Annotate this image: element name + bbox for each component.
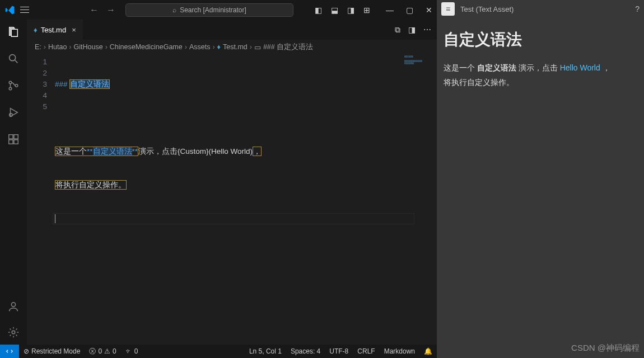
svg-point-3: [15, 84, 18, 87]
problems-status[interactable]: ⓧ0 ⚠0: [85, 347, 120, 356]
indentation-status[interactable]: Spaces: 4: [286, 347, 325, 355]
preview-panel: ≡ Test (Text Asset) ? 自定义语法 这是一个 自定义语法 演…: [437, 0, 644, 358]
minimap[interactable]: ███ ███████████████████████████: [403, 54, 437, 77]
menu-icon[interactable]: [20, 6, 29, 15]
split-editor-icon[interactable]: ◨: [408, 25, 416, 34]
breadcrumbs[interactable]: E:› Hutao› GitHouse› ChineseMedicineGame…: [27, 40, 437, 54]
code-area[interactable]: ### 自定义语法 这是一个**自定义语法**演示，点击{Custom}(Hel…: [55, 54, 437, 345]
ports-status[interactable]: ᯤ0: [121, 347, 143, 355]
svg-point-0: [10, 55, 16, 61]
editor-tabs: ♦ Test.md × ⧉ ◨ ⋯: [27, 20, 437, 40]
panel-right-icon[interactable]: ◨: [347, 6, 354, 15]
preview-header: ≡ Test (Text Asset) ?: [437, 0, 644, 18]
shield-icon: ⊘: [24, 347, 29, 355]
svg-rect-5: [9, 135, 13, 139]
warning-icon: ⚠: [104, 347, 110, 355]
command-center-search[interactable]: ⌕ Search [Administrator]: [125, 3, 293, 17]
svg-rect-8: [14, 135, 18, 139]
source-control-icon[interactable]: [7, 79, 20, 92]
svg-point-2: [9, 87, 12, 90]
markdown-file-icon: ♦: [34, 26, 38, 34]
minimize-icon[interactable]: —: [386, 6, 394, 15]
panel-left-icon[interactable]: ◧: [315, 6, 322, 15]
svg-point-1: [9, 81, 12, 84]
more-actions-icon[interactable]: ⋯: [423, 25, 431, 34]
titlebar: ← → ⌕ Search [Administrator] ◧ ⬓ ◨ ⊞ — ▢…: [0, 0, 437, 20]
preview-heading: 自定义语法: [444, 29, 637, 50]
maximize-icon[interactable]: ▢: [406, 6, 413, 15]
panel-bottom-icon[interactable]: ⬓: [331, 6, 338, 15]
nav-forward-icon[interactable]: →: [106, 5, 115, 15]
language-mode[interactable]: Markdown: [380, 347, 419, 355]
explorer-icon[interactable]: [7, 25, 20, 39]
account-icon[interactable]: [7, 300, 20, 313]
status-bar: ⊘Restricted Mode ⓧ0 ⚠0 ᯤ0 Ln 5, Col 1 Sp…: [0, 345, 437, 358]
activity-bar: [0, 20, 27, 345]
editor[interactable]: 1 2 3 4 5 ### 自定义语法 这是一个**自定义语法**演示，点击{C…: [27, 54, 437, 345]
line-gutter: 1 2 3 4 5: [27, 54, 55, 345]
help-icon[interactable]: ?: [635, 4, 640, 13]
tab-filename: Test.md: [41, 26, 67, 34]
preview-paragraph: 这是一个 自定义语法 演示，点击 Hello World ， 将执行自定义操作。: [444, 60, 637, 90]
close-window-icon[interactable]: ✕: [426, 6, 432, 15]
radio-icon: ᯤ: [125, 347, 132, 355]
preview-title: Test (Text Asset): [460, 5, 514, 13]
heading-symbol-icon: ▭: [254, 43, 261, 51]
layout-icon[interactable]: ⊞: [363, 6, 370, 15]
eol-status[interactable]: CRLF: [353, 347, 379, 355]
cursor-position[interactable]: Ln 5, Col 1: [245, 347, 286, 355]
open-preview-icon[interactable]: ⧉: [395, 25, 400, 35]
extensions-icon[interactable]: [7, 133, 20, 146]
watermark: CSDN @神码编程: [571, 343, 640, 354]
run-debug-icon[interactable]: [7, 106, 20, 119]
search-placeholder: Search [Administrator]: [180, 6, 246, 14]
tab-test-md[interactable]: ♦ Test.md ×: [27, 20, 83, 40]
svg-rect-6: [9, 140, 13, 144]
vscode-logo-icon: [4, 4, 16, 16]
nav-back-icon[interactable]: ←: [90, 5, 99, 15]
markdown-file-icon: ♦: [217, 43, 221, 51]
svg-point-9: [11, 303, 15, 307]
close-tab-icon[interactable]: ×: [72, 26, 76, 34]
custom-link[interactable]: Hello World: [560, 63, 600, 72]
error-icon: ⓧ: [89, 347, 96, 356]
svg-rect-7: [14, 140, 18, 144]
remote-indicator-icon[interactable]: [0, 345, 19, 358]
svg-point-10: [12, 331, 15, 334]
settings-gear-icon[interactable]: [7, 326, 20, 339]
notifications-icon[interactable]: 🔔: [419, 347, 437, 355]
preview-body: 自定义语法 这是一个 自定义语法 演示，点击 Hello World ， 将执行…: [437, 18, 644, 101]
restricted-mode-status[interactable]: ⊘Restricted Mode: [19, 347, 85, 355]
text-asset-icon: ≡: [441, 2, 455, 16]
search-icon: ⌕: [172, 6, 176, 14]
encoding-status[interactable]: UTF-8: [325, 347, 353, 355]
search-sidebar-icon[interactable]: [7, 52, 20, 65]
